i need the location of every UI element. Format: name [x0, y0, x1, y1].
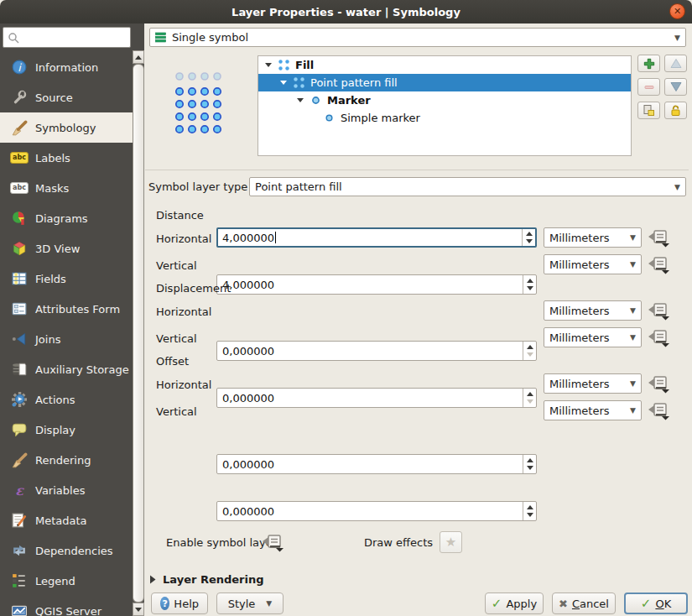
sidebar-item-rendering[interactable]: Rendering [0, 445, 133, 475]
sidebar-item-legend[interactable]: Legend [0, 566, 133, 596]
data-defined-override-icon[interactable] [648, 329, 671, 347]
effects-customize-button[interactable]: ★ [440, 531, 462, 553]
renderer-select[interactable]: Single symbol ▼ [149, 28, 686, 47]
displacement-horizontal-input[interactable]: 0,000000 [216, 341, 537, 361]
fields-table-icon [10, 271, 29, 286]
chevron-down-icon: ▼ [630, 406, 636, 415]
sidebar-item-auxiliary-storage[interactable]: Auxiliary Storage [0, 354, 133, 384]
sidebar-item-fields[interactable]: Fields [0, 264, 133, 294]
sidebar-item-masks[interactable]: abc Masks [0, 173, 133, 203]
sidebar-item-label: QGIS Server [35, 605, 101, 616]
spinner-buttons[interactable] [523, 502, 536, 520]
sidebar-item-dependencies[interactable]: Dependencies [0, 535, 133, 566]
spinner-buttons[interactable] [523, 455, 536, 473]
expander-icon[interactable] [280, 81, 287, 85]
sidebar-item-label: Masks [35, 182, 69, 195]
spinner-buttons[interactable] [522, 229, 535, 246]
expander-icon[interactable] [297, 98, 304, 102]
cancel-button[interactable]: ✖ Cancel [552, 593, 616, 614]
displacement-vertical-unit-select[interactable]: Millimeters▼ [544, 327, 642, 347]
displacement-section-label: Displacement [156, 282, 231, 295]
expander-icon[interactable] [265, 63, 272, 67]
layer-rendering-toggle[interactable]: Layer Rendering [149, 573, 264, 586]
data-defined-override-icon[interactable] [648, 229, 671, 248]
sidebar-item-3d-view[interactable]: 3D View [0, 233, 133, 264]
tree-row-label: Simple marker [341, 112, 420, 124]
titlebar[interactable]: Layer Properties - water | Symbology ✕ [0, 0, 692, 23]
data-defined-override-icon[interactable] [648, 256, 671, 274]
sidebar-item-variables[interactable]: ε Variables [0, 475, 133, 505]
scrollbar-thumb[interactable] [133, 64, 144, 603]
tree-row-simple-marker[interactable]: Simple marker [258, 109, 631, 127]
tree-row-marker[interactable]: Marker [258, 91, 631, 109]
tree-row-fill[interactable]: Fill [258, 56, 631, 74]
point-pattern-icon [293, 76, 305, 89]
lock-color-button[interactable] [664, 102, 687, 119]
apply-button[interactable]: ✓ Apply [485, 593, 544, 614]
sidebar-item-label: Joins [35, 333, 60, 346]
sidebar-item-label: Information [35, 61, 98, 74]
sidebar-item-actions[interactable]: Actions [0, 384, 133, 415]
distance-vertical-unit-select[interactable]: Millimeters▼ [544, 254, 642, 274]
close-icon[interactable]: ✕ [669, 3, 685, 19]
speech-bubble-icon [10, 422, 29, 437]
sidebar-item-label: Source [35, 91, 73, 104]
collapsed-arrow-icon [149, 575, 156, 584]
sidebar-item-qgis-server[interactable]: QGIS Server [0, 596, 133, 616]
tree-row-point-pattern-fill[interactable]: Point pattern fill [258, 74, 631, 91]
remove-symbol-layer-button[interactable] [637, 78, 660, 96]
unit-value: Millimeters [549, 258, 610, 271]
displacement-vertical-input[interactable]: 0,000000 [216, 388, 537, 408]
star-icon: ★ [445, 535, 456, 550]
offset-horizontal-input[interactable]: 0,000000 [216, 454, 537, 474]
sidebar-item-metadata[interactable]: Metadata [0, 505, 133, 535]
sidebar-item-symbology[interactable]: Symbology [0, 112, 133, 143]
sidebar-item-source[interactable]: Source [0, 82, 133, 112]
sidebar-item-diagrams[interactable]: Diagrams [0, 203, 133, 233]
displacement-horizontal-label: Horizontal [156, 305, 211, 318]
distance-vertical-input[interactable]: 4,000000 [216, 274, 537, 295]
sidebar: i Information Source Symbology abc Label… [0, 23, 144, 616]
ok-button[interactable]: ✓ OK [624, 593, 688, 614]
sidebar-item-labels[interactable]: abc Labels [0, 143, 133, 173]
sidebar-item-joins[interactable]: Joins [0, 324, 133, 354]
tree-row-label: Fill [295, 59, 314, 71]
data-defined-override-icon[interactable] [648, 375, 671, 394]
displacement-horizontal-unit-select[interactable]: Millimeters▼ [544, 300, 642, 321]
sidebar-item-display[interactable]: Display [0, 415, 133, 445]
data-defined-override-icon[interactable] [648, 302, 671, 321]
scroll-down-icon[interactable] [133, 603, 144, 616]
spinner-buttons[interactable] [523, 342, 536, 360]
spinner-buttons[interactable] [523, 389, 536, 407]
unit-value: Millimeters [549, 232, 610, 244]
help-button[interactable]: ? Help [151, 593, 208, 614]
offset-horizontal-unit-select[interactable]: Millimeters▼ [544, 373, 642, 394]
symbol-layer-type-select[interactable]: Point pattern fill ▼ [249, 177, 686, 196]
spinner-buttons[interactable] [523, 275, 536, 294]
cube-3d-icon [10, 241, 29, 256]
sidebar-item-attributes-form[interactable]: Attributes Form [0, 294, 133, 324]
move-layer-up-button[interactable] [664, 55, 687, 72]
renderer-value: Single symbol [172, 31, 248, 44]
search-input[interactable] [3, 27, 131, 48]
distance-horizontal-unit-select[interactable]: Millimeters▼ [544, 227, 642, 248]
sidebar-item-label: Auxiliary Storage [35, 363, 129, 376]
help-icon: ? [160, 597, 169, 610]
scroll-up-icon[interactable] [133, 50, 144, 64]
sidebar-item-information[interactable]: i Information [0, 52, 133, 82]
distance-horizontal-input[interactable]: 4,000000 [216, 227, 537, 248]
data-defined-override-icon[interactable] [648, 402, 671, 420]
add-symbol-layer-button[interactable] [637, 55, 660, 72]
sidebar-scrollbar[interactable] [133, 50, 144, 616]
joins-icon [10, 331, 29, 347]
duplicate-symbol-layer-button[interactable] [637, 102, 660, 119]
form-icon [10, 301, 29, 316]
plus-icon [643, 58, 655, 70]
sidebar-item-label: Labels [35, 152, 70, 164]
offset-vertical-unit-select[interactable]: Millimeters▼ [544, 400, 642, 420]
offset-vertical-label: Vertical [156, 405, 197, 418]
offset-vertical-input[interactable]: 0,000000 [216, 501, 537, 521]
move-layer-down-button[interactable] [664, 78, 687, 96]
data-defined-override-icon[interactable] [262, 534, 285, 552]
style-button[interactable]: Style ▼ [216, 593, 284, 614]
